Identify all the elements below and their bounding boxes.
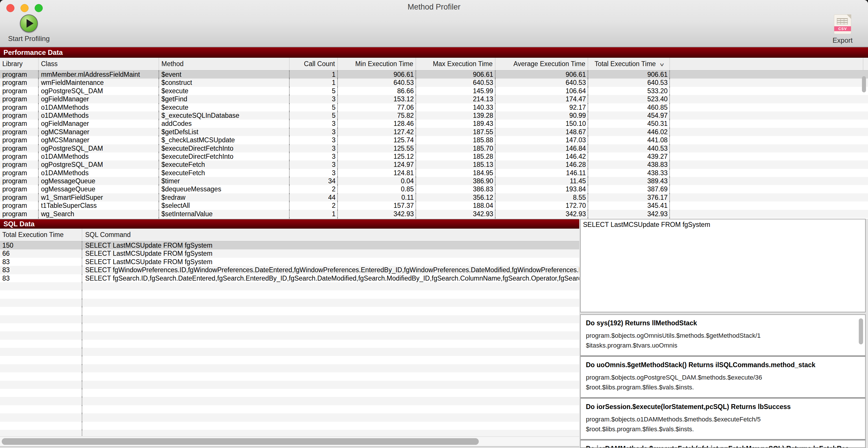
col-header-max-time[interactable]: Max Execution Time <box>416 58 496 70</box>
cell-method: $redraw <box>159 193 290 201</box>
col-header-total-exec-time[interactable]: Total Execution Time <box>0 229 82 241</box>
stack-entry-line: $root.$libs.program.$files.$vals.$insts. <box>586 384 860 391</box>
cell-sql-command <box>82 290 579 298</box>
sql-table-empty-row <box>0 405 579 413</box>
performance-table-row[interactable]: programo1DAMMethods$execute577.06140.339… <box>0 103 868 111</box>
performance-table-row[interactable]: programw1_SmartFieldSuper$redraw440.1135… <box>0 193 868 201</box>
cell-min: 75.82 <box>338 111 416 120</box>
performance-table-row[interactable]: programo1DAMMethods$_executeSQLInDatabas… <box>0 111 868 120</box>
sql-table-row[interactable]: 66SELECT LastMCSUpdate FROM fgSystem <box>0 249 579 257</box>
stack-vertical-scrollbar[interactable] <box>859 318 863 344</box>
performance-vertical-scrollbar[interactable] <box>862 76 866 92</box>
cell-calls: 3 <box>290 144 338 152</box>
cell-avg: 148.67 <box>496 128 588 136</box>
sql-command-detail[interactable]: SELECT LastMCSUpdate FROM fgSystem <box>580 219 866 312</box>
cell-min: 0.85 <box>338 185 416 193</box>
cell-method: $construct <box>159 78 290 87</box>
col-header-method[interactable]: Method <box>159 58 290 70</box>
performance-table-row[interactable]: programogFieldManageraddCodes3128.46189.… <box>0 120 868 128</box>
performance-table-row[interactable]: programogMCSManager$getDefsList3127.4218… <box>0 128 868 136</box>
cell-calls: 3 <box>290 128 338 136</box>
cell-spacer <box>670 95 868 103</box>
cell-spacer <box>670 70 868 78</box>
method-stack-entry[interactable]: Do iorSession.$execute(lorStatement,pcSQ… <box>581 397 865 439</box>
performance-table-row[interactable]: programo1DAMMethods$executeDirectFetchIn… <box>0 152 868 160</box>
cell-total-exec-time: 83 <box>0 274 82 282</box>
performance-table-row[interactable]: programogPostgreSQL_DAM$executeFetch3124… <box>0 160 868 168</box>
play-icon[interactable] <box>20 14 38 32</box>
cell-max: 214.13 <box>416 95 496 103</box>
sql-table-row[interactable]: 83SELECT fgWindowPreferences.ID,fgWindow… <box>0 266 579 274</box>
method-stack-entry[interactable]: Do iorDAMMethods.$executeFetch(pfrList,p… <box>581 439 865 448</box>
cell-calls: 3 <box>290 160 338 168</box>
cell-max: 342.93 <box>416 210 496 218</box>
cell-spacer <box>670 169 868 177</box>
col-header-total-time[interactable]: Total Execution Time v <box>588 58 670 70</box>
performance-table-row[interactable]: programogPostgreSQL_DAM$execute586.66145… <box>0 87 868 95</box>
cell-total-exec-time: 150 <box>0 241 82 249</box>
export-button[interactable]: CSV Export <box>823 14 863 44</box>
performance-table-row[interactable]: programwmFieldMaintenance$construct1640.… <box>0 78 868 87</box>
cell-min: 342.93 <box>338 210 416 218</box>
cell-library: program <box>0 120 39 128</box>
method-stack-entry[interactable]: Do sys(192) Returns llMethodStackprogram… <box>581 315 865 355</box>
performance-table-row[interactable]: programogMessageQueue$dequeueMessages20.… <box>0 185 868 193</box>
performance-table-row[interactable]: programogMessageQueue$timer340.04386.901… <box>0 177 868 185</box>
sql-table-row[interactable]: 83SELECT fgSearch.ID,fgSearch.DateEntere… <box>0 274 579 282</box>
col-header-class[interactable]: Class <box>39 58 159 70</box>
cell-method: $dequeueMessages <box>159 185 290 193</box>
window-bottom-edge <box>0 446 579 448</box>
cell-max: 140.33 <box>416 103 496 111</box>
cell-calls: 3 <box>290 169 338 177</box>
col-header-min-time[interactable]: Min Execution Time <box>338 58 416 70</box>
stack-entry-title: Do sys(192) Returns llMethodStack <box>586 319 860 327</box>
sql-table-empty-row <box>0 381 579 389</box>
cell-max: 386.83 <box>416 185 496 193</box>
col-header-call-count[interactable]: Call Count <box>290 58 338 70</box>
performance-table-row[interactable]: programt1TableSuperClass$selectAll2157.3… <box>0 201 868 210</box>
cell-total: 906.61 <box>588 70 670 78</box>
cell-spacer <box>670 111 868 120</box>
cell-max: 184.95 <box>416 169 496 177</box>
cell-calls: 44 <box>290 193 338 201</box>
cell-total-exec-time <box>0 315 82 323</box>
performance-table-row[interactable]: programwg_Search$setInternalValue1342.93… <box>0 210 868 218</box>
col-header-library[interactable]: Library <box>0 58 39 70</box>
cell-class: wmFieldMaintenance <box>39 78 159 87</box>
method-stack-entry[interactable]: Do uoOmnis.$getMethodStack() Returns ilS… <box>581 355 865 397</box>
csv-file-icon[interactable]: CSV <box>834 14 851 34</box>
sql-table-row[interactable]: 150SELECT LastMCSUpdate FROM fgSystem <box>0 241 579 249</box>
cell-total-exec-time <box>0 356 82 364</box>
cell-library: program <box>0 210 39 218</box>
sql-table-empty-row <box>0 422 579 430</box>
cell-library: program <box>0 144 39 152</box>
cell-library: program <box>0 87 39 95</box>
col-header-avg-time[interactable]: Average Execution Time <box>496 58 588 70</box>
sql-table-row[interactable]: 83SELECT LastMCSUpdate FROM fgSystem <box>0 258 579 266</box>
cell-class: o1DAMMethods <box>39 111 159 120</box>
performance-table-row[interactable]: programo1DAMMethods$executeFetch3124.811… <box>0 169 868 177</box>
cell-method: $event <box>159 70 290 78</box>
performance-table-row[interactable]: programogFieldManager$getFind3153.12214.… <box>0 95 868 103</box>
cell-library: program <box>0 185 39 193</box>
sql-horizontal-scrollbar-thumb[interactable] <box>2 438 479 445</box>
cell-total: 523.40 <box>588 95 670 103</box>
performance-table-row[interactable]: programmmMember.mlAddressFieldMaint$even… <box>0 70 868 78</box>
performance-table-header: Library Class Method Call Count Min Exec… <box>0 58 868 70</box>
sql-horizontal-scrollbar-track[interactable] <box>0 437 579 446</box>
cell-library: program <box>0 78 39 87</box>
col-header-sql-command[interactable]: SQL Command <box>82 229 579 241</box>
sql-table-empty-row <box>0 290 579 298</box>
cell-sql-command <box>82 340 579 348</box>
cell-sql-command <box>82 364 579 372</box>
cell-calls: 2 <box>290 185 338 193</box>
cell-class: ogPostgreSQL_DAM <box>39 87 159 95</box>
cell-min: 0.11 <box>338 193 416 201</box>
cell-method: addCodes <box>159 120 290 128</box>
cell-sql-command <box>82 299 579 307</box>
performance-table-row[interactable]: programogMCSManager$_checkLastMCSUpdate3… <box>0 136 868 144</box>
start-profiling-button[interactable]: Start Profiling <box>0 13 58 43</box>
performance-table-row[interactable]: programogPostgreSQL_DAM$executeDirectFet… <box>0 144 868 152</box>
cell-total: 389.43 <box>588 177 670 185</box>
cell-spacer <box>670 160 868 168</box>
